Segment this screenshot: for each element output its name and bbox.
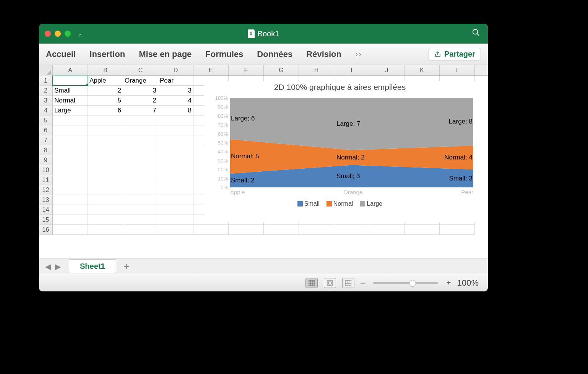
row-head[interactable]: 16 [39,225,53,235]
cell[interactable]: 2 [88,86,123,96]
col-head-k[interactable]: K [404,65,440,75]
cell[interactable] [53,135,88,145]
cell[interactable] [369,225,404,235]
cell[interactable] [88,115,123,125]
cell[interactable] [88,185,123,195]
minimize-icon[interactable] [55,31,61,37]
cell[interactable] [158,125,193,135]
col-head-l[interactable]: L [440,65,475,75]
cell[interactable] [88,165,123,175]
row-head[interactable]: 1 [39,76,53,86]
close-icon[interactable] [45,31,51,37]
cell[interactable] [88,205,123,215]
cell[interactable]: Pear [158,76,193,86]
cell[interactable] [88,125,123,135]
cell[interactable] [158,135,193,145]
cell[interactable] [53,195,88,205]
tab-donnees[interactable]: Données [257,49,292,59]
zoom-level[interactable]: 100% [457,278,479,288]
col-head-h[interactable]: H [299,65,334,75]
row-head[interactable]: 9 [39,155,53,165]
cell[interactable] [123,115,158,125]
cell[interactable] [158,155,193,165]
cell[interactable] [158,175,193,185]
view-page-break-icon[interactable] [342,278,354,288]
cell[interactable] [123,125,158,135]
row-head[interactable]: 11 [39,175,53,185]
cell[interactable]: 5 [88,96,123,106]
add-sheet-button[interactable]: + [120,260,133,272]
col-head-j[interactable]: J [369,65,404,75]
cell[interactable]: Normal [53,96,88,106]
cell[interactable] [53,125,88,135]
cell[interactable] [123,225,158,235]
tab-formules[interactable]: Formules [205,49,243,59]
cell[interactable]: 3 [158,86,193,96]
col-head-g[interactable]: G [264,65,299,75]
tab-mise-en-page[interactable]: Mise en page [139,49,192,59]
col-head-e[interactable]: E [193,65,229,75]
col-head-i[interactable]: I [334,65,369,75]
row-head[interactable]: 6 [39,125,53,135]
tab-insertion[interactable]: Insertion [89,49,125,59]
cell[interactable] [53,115,88,125]
cell[interactable] [123,145,158,155]
cell[interactable] [123,175,158,185]
cell[interactable] [158,225,193,235]
cell[interactable] [404,225,440,235]
cell[interactable]: Orange [123,76,158,86]
col-head-f[interactable]: F [229,65,264,75]
cell[interactable] [123,195,158,205]
cell[interactable]: Apple [88,76,123,86]
cell[interactable] [53,175,88,185]
cell[interactable] [229,225,264,235]
cell[interactable] [158,185,193,195]
select-all-corner[interactable] [39,65,53,76]
row-head[interactable]: 5 [39,115,53,125]
view-normal-icon[interactable] [305,278,318,288]
col-head-c[interactable]: C [123,65,158,75]
sheet-nav-prev-icon[interactable]: ◀ [44,262,52,271]
cell[interactable] [123,205,158,215]
row-head[interactable]: 12 [39,185,53,195]
cell[interactable] [158,195,193,205]
cell[interactable] [88,215,123,225]
zoom-slider[interactable] [373,282,438,284]
cell[interactable] [88,175,123,185]
row-head[interactable]: 7 [39,135,53,145]
chart-object[interactable]: 2D 100% graphique à aires empilées 0%10%… [204,81,476,223]
ribbon-more-icon[interactable]: › › [355,49,361,59]
cell[interactable] [88,155,123,165]
cell[interactable] [158,215,193,225]
col-head-d[interactable]: D [158,65,193,75]
cell[interactable] [123,155,158,165]
cell[interactable] [123,165,158,175]
cell[interactable] [158,115,193,125]
cell[interactable] [53,205,88,215]
cell[interactable] [123,185,158,195]
search-icon[interactable] [472,28,480,39]
sheet-nav-next-icon[interactable]: ▶ [54,262,62,271]
zoom-out-button[interactable]: – [361,278,365,287]
cell[interactable] [88,195,123,205]
cell[interactable] [299,225,334,235]
cell[interactable]: 8 [158,106,193,115]
row-head[interactable]: 14 [39,205,53,215]
cell[interactable]: Large [53,106,88,115]
cell[interactable]: 7 [123,106,158,115]
cell[interactable]: 4 [158,96,193,106]
cell[interactable]: Small [53,86,88,96]
cell[interactable] [53,165,88,175]
zoom-icon[interactable] [65,31,71,37]
cell[interactable] [264,225,299,235]
cell[interactable] [53,155,88,165]
col-head-a[interactable]: A [53,65,88,75]
cell[interactable]: 3 [123,86,158,96]
cell[interactable] [334,225,369,235]
cell[interactable] [53,185,88,195]
row-head[interactable]: 8 [39,145,53,155]
tab-revision[interactable]: Révision [306,49,341,59]
spreadsheet-grid[interactable]: 1AppleOrangePear2Small2333Normal5244Larg… [39,76,488,259]
row-head[interactable]: 4 [39,106,53,115]
row-head[interactable]: 2 [39,86,53,96]
